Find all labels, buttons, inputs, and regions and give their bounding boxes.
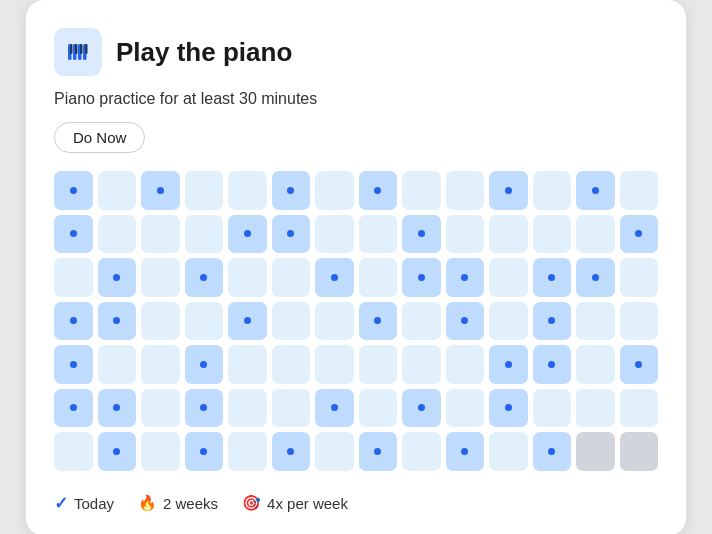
dot-indicator <box>505 187 512 194</box>
grid-cell <box>576 345 615 384</box>
grid-cell <box>620 389 659 428</box>
grid-cell <box>98 389 137 428</box>
svg-rect-5 <box>75 44 78 54</box>
grid-cell <box>185 389 224 428</box>
dot-indicator <box>635 230 642 237</box>
today-label: Today <box>74 495 114 512</box>
grid-cell <box>576 302 615 341</box>
grid-cell <box>315 389 354 428</box>
grid-cell <box>533 258 572 297</box>
dot-indicator <box>331 404 338 411</box>
grid-cell <box>359 302 398 341</box>
card-subtitle: Piano practice for at least 30 minutes <box>54 90 658 108</box>
grid-cell <box>98 258 137 297</box>
dot-indicator <box>505 361 512 368</box>
dot-indicator <box>505 404 512 411</box>
grid-cell <box>272 389 311 428</box>
dot-indicator <box>70 404 77 411</box>
grid-cell <box>228 171 267 210</box>
grid-cell <box>489 345 528 384</box>
frequency-item: 🎯 4x per week <box>242 494 348 512</box>
grid-cell <box>620 345 659 384</box>
dot-indicator <box>374 448 381 455</box>
grid-cell <box>402 258 441 297</box>
grid-cell <box>315 171 354 210</box>
grid-cell <box>315 215 354 254</box>
dot-indicator <box>592 274 599 281</box>
dot-indicator <box>200 448 207 455</box>
grid-cell <box>533 215 572 254</box>
grid-cell <box>620 258 659 297</box>
grid-cell <box>402 432 441 471</box>
grid-cell <box>359 258 398 297</box>
grid-cell <box>228 302 267 341</box>
svg-rect-4 <box>70 44 73 54</box>
grid-cell <box>489 389 528 428</box>
grid-cell <box>272 432 311 471</box>
grid-cell <box>489 215 528 254</box>
grid-cell <box>359 215 398 254</box>
grid-cell <box>402 171 441 210</box>
fire-icon: 🔥 <box>138 494 157 512</box>
grid-cell <box>446 302 485 341</box>
grid-cell <box>359 171 398 210</box>
dot-indicator <box>287 448 294 455</box>
dot-indicator <box>418 274 425 281</box>
grid-cell <box>620 215 659 254</box>
grid-cell <box>489 171 528 210</box>
dot-indicator <box>113 274 120 281</box>
grid-cell <box>141 389 180 428</box>
grid-cell <box>185 258 224 297</box>
grid-cell <box>489 302 528 341</box>
grid-cell <box>620 171 659 210</box>
dot-indicator <box>244 230 251 237</box>
dot-indicator <box>592 187 599 194</box>
grid-cell <box>185 171 224 210</box>
grid-cell <box>228 215 267 254</box>
grid-cell <box>185 432 224 471</box>
grid-cell <box>98 345 137 384</box>
grid-cell <box>576 389 615 428</box>
grid-cell <box>272 302 311 341</box>
grid-cell <box>315 302 354 341</box>
grid-cell <box>576 215 615 254</box>
frequency-label: 4x per week <box>267 495 348 512</box>
grid-cell <box>228 432 267 471</box>
grid-cell <box>402 345 441 384</box>
grid-cell <box>141 171 180 210</box>
grid-cell <box>359 432 398 471</box>
streak-item: 🔥 2 weeks <box>138 494 218 512</box>
dot-indicator <box>70 317 77 324</box>
dot-indicator <box>113 317 120 324</box>
dot-indicator <box>461 448 468 455</box>
grid-cell <box>620 302 659 341</box>
grid-cell <box>272 258 311 297</box>
grid-cell <box>272 171 311 210</box>
dot-indicator <box>200 404 207 411</box>
dot-indicator <box>287 230 294 237</box>
dot-indicator <box>374 187 381 194</box>
grid-cell <box>489 258 528 297</box>
grid-cell <box>533 171 572 210</box>
grid-cell <box>359 345 398 384</box>
grid-cell <box>576 432 615 471</box>
svg-rect-7 <box>85 44 88 54</box>
grid-cell <box>446 215 485 254</box>
check-icon: ✓ <box>54 493 68 514</box>
grid-cell <box>402 389 441 428</box>
piano-icon <box>54 28 102 76</box>
dot-indicator <box>548 274 555 281</box>
grid-cell <box>185 345 224 384</box>
grid-cell <box>446 389 485 428</box>
target-icon: 🎯 <box>242 494 261 512</box>
card-header: Play the piano <box>54 28 658 76</box>
grid-cell <box>576 258 615 297</box>
dot-indicator <box>461 317 468 324</box>
dot-indicator <box>157 187 164 194</box>
do-now-button[interactable]: Do Now <box>54 122 145 153</box>
grid-cell <box>489 432 528 471</box>
habit-grid <box>54 171 658 471</box>
grid-cell <box>533 389 572 428</box>
grid-cell <box>315 345 354 384</box>
habit-card: Play the piano Piano practice for at lea… <box>26 0 686 534</box>
